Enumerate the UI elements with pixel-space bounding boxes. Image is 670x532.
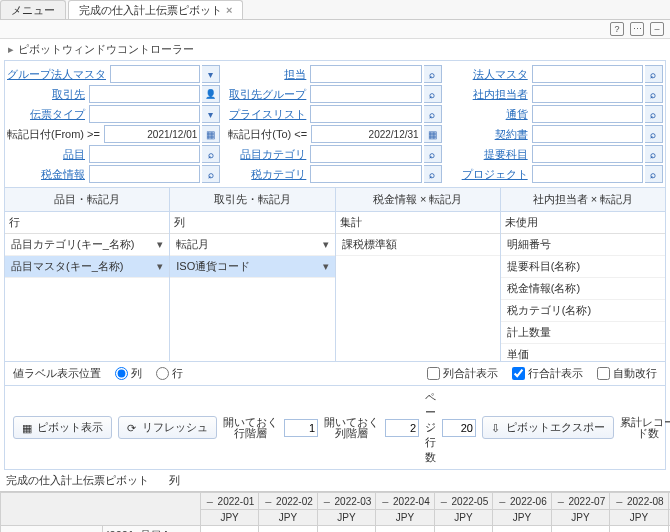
filter-label[interactable]: 税金情報 [7,167,87,182]
filter-label[interactable]: 法人マスタ [450,67,530,82]
group-btn[interactable]: 税金情報 × 転記月 [336,188,501,211]
filter-label[interactable]: 取引先 [7,87,87,102]
filter-input[interactable] [89,165,200,183]
refresh-button[interactable]: ⟳リフレッシュ [118,416,217,439]
cfg-item[interactable]: 課税標準額 [336,234,500,256]
close-icon[interactable]: × [226,4,232,16]
chevron-down-icon[interactable]: ▾ [323,260,329,273]
chevron-down-icon[interactable]: ▾ [323,238,329,251]
radio-col[interactable]: 列 [115,366,142,381]
tab-menu[interactable]: メニュー [0,0,66,19]
collapse-icon[interactable]: – [380,495,390,507]
sr-icon[interactable] [645,125,663,143]
group-btn[interactable]: 取引先・転記月 [170,188,335,211]
chk-autowrap[interactable]: 自動改行 [597,366,657,381]
keep-rows-input[interactable] [284,419,318,437]
filter-input[interactable] [532,125,643,143]
page-rows-input[interactable] [442,419,476,437]
sr-icon[interactable] [424,85,442,103]
group-btn[interactable]: 社内担当者 × 転記月 [501,188,665,211]
chevron-down-icon[interactable]: ▾ [157,238,163,251]
filter-input[interactable] [89,145,200,163]
row-item[interactable]: I0001_品目A [102,526,200,533]
cfg-item[interactable]: 転記月▾ [170,234,334,256]
filter-label[interactable]: 税カテゴリ [228,167,308,182]
cfg-item[interactable]: 単価 [501,344,665,361]
group-btn[interactable]: 品目・転記月 [5,188,170,211]
filter-input[interactable] [310,165,421,183]
collapse-icon[interactable]: – [322,495,332,507]
cfg-item[interactable]: 税金情報(名称) [501,278,665,300]
sr-icon[interactable] [424,65,442,83]
filter-label[interactable]: 取引先グループ [228,87,308,102]
collapse-icon[interactable]: – [439,495,449,507]
filter-input[interactable] [110,65,200,83]
filter-input[interactable] [532,145,643,163]
collapse-icon[interactable]: – [263,495,273,507]
filter-input[interactable] [532,105,643,123]
filter-input[interactable]: 2022/12/31 [311,125,421,143]
filter-input[interactable] [532,65,643,83]
filter-input[interactable] [89,105,200,123]
chk-coltotal[interactable]: 列合計表示 [427,366,498,381]
keep-cols-input[interactable] [385,419,419,437]
sr-icon[interactable] [424,145,442,163]
collapse-icon[interactable]: – [556,495,566,507]
cal-icon[interactable] [202,125,220,143]
filter-label[interactable]: 品目 [7,147,87,162]
pivot-button[interactable]: ▦ピボット表示 [13,416,112,439]
filter-input[interactable] [89,85,200,103]
sr-icon[interactable] [645,65,663,83]
dd-icon[interactable] [202,65,220,83]
cfg-item[interactable]: 計上数量 [501,322,665,344]
chk-rowtotal[interactable]: 行合計表示 [512,366,583,381]
filter-label[interactable]: 品目カテゴリ [228,147,308,162]
sr-icon[interactable] [202,165,220,183]
minimize-icon[interactable]: – [650,22,664,36]
filter-input[interactable]: 2021/12/01 [104,125,200,143]
sr-icon[interactable] [424,165,442,183]
collapse-icon[interactable]: – [205,495,215,507]
sr-icon[interactable] [645,165,663,183]
filter-label[interactable]: 通貨 [450,107,530,122]
filter-label[interactable]: 契約書 [450,127,530,142]
filter-input[interactable] [310,145,421,163]
filter-input[interactable] [532,165,643,183]
filter-input[interactable] [310,105,421,123]
filter-label[interactable]: 伝票タイプ [7,107,87,122]
filter-input[interactable] [310,65,421,83]
tab-bar: メニュー 完成の仕入計上伝票ピボット× [0,0,670,20]
collapse-icon[interactable]: – [614,495,624,507]
collapse-icon[interactable]: – [497,495,507,507]
sr-icon[interactable] [645,105,663,123]
cfg-item[interactable]: ISO通貨コード▾ [170,256,334,278]
cfg-item[interactable]: 品目マスタ(キー_名称)▾ [5,256,169,278]
row-header[interactable]: - Item - Client C [1,526,103,533]
dd-icon[interactable] [202,105,220,123]
sr-icon[interactable] [645,85,663,103]
chevron-down-icon[interactable]: ▾ [157,260,163,273]
filter-label[interactable]: 担当 [228,67,308,82]
pivot-grid[interactable]: – 2022-01– 2022-02– 2022-03– 2022-04– 20… [0,491,670,532]
cfg-item[interactable]: 提要科目(名称) [501,256,665,278]
filter-input[interactable] [532,85,643,103]
filter-label[interactable]: グループ法人マスタ [7,67,108,82]
pivot-export-button[interactable]: ⇩ピボットエクスポー [482,416,614,439]
help-icon[interactable]: ? [610,22,624,36]
sr-icon[interactable] [645,145,663,163]
radio-row[interactable]: 行 [156,366,183,381]
sr-icon[interactable] [424,105,442,123]
filter-label[interactable]: 社内担当者 [450,87,530,102]
cal-icon[interactable] [424,125,442,143]
filter-label[interactable]: 提要科目 [450,147,530,162]
usr-icon[interactable] [202,85,220,103]
filter-label[interactable]: プライスリスト [228,107,308,122]
sr-icon[interactable] [202,145,220,163]
filter-label[interactable]: プロジェクト [450,167,530,182]
filter-input[interactable] [310,85,421,103]
settings-icon[interactable]: ⋯ [630,22,644,36]
tab-main[interactable]: 完成の仕入計上伝票ピボット× [68,0,243,19]
cfg-item[interactable]: 明細番号 [501,234,665,256]
cfg-item[interactable]: 税カテゴリ(名称) [501,300,665,322]
cfg-item[interactable]: 品目カテゴリ(キー_名称)▾ [5,234,169,256]
